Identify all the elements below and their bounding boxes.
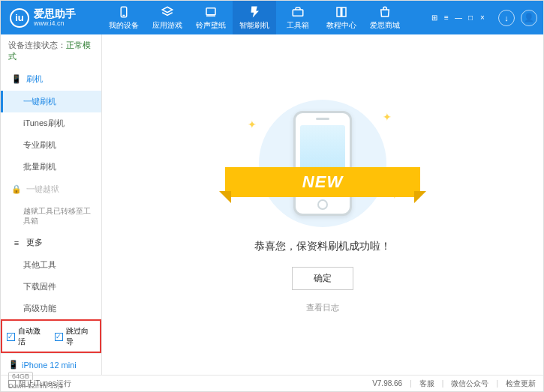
phone-icon <box>117 5 131 19</box>
phone-graphic <box>293 111 352 216</box>
nav-label: 爱思商城 <box>370 20 400 31</box>
menu-icon[interactable]: ≡ <box>441 13 452 22</box>
success-message: 恭喜您，保资料刷机成功啦！ <box>254 240 391 253</box>
status-label: 设备连接状态： <box>8 40 66 49</box>
block-itunes-checkbox[interactable]: 阻止iTunes运行 <box>8 379 71 389</box>
maximize-button[interactable]: □ <box>465 13 476 22</box>
nav-label: 教程中心 <box>326 20 356 31</box>
nav-label: 应用游戏 <box>152 20 182 31</box>
svg-rect-4 <box>293 10 303 16</box>
device-name-text: iPhone 12 mini <box>22 361 77 370</box>
side-item-0-0[interactable]: 一键刷机 <box>1 91 101 112</box>
side-item-2-2[interactable]: 高级功能 <box>1 298 101 319</box>
download-button[interactable]: ↓ <box>498 10 515 26</box>
version: V7.98.66 <box>372 379 402 388</box>
side-item-0-2[interactable]: 专业刷机 <box>1 134 101 156</box>
check-icon: ✓ <box>7 333 15 341</box>
nav-tabs: 我的设备应用游戏铃声壁纸智能刷机工具箱教程中心爱思商城 <box>102 1 425 34</box>
main-content: ✦ ✦ ✦ NEW 恭喜您，保资料刷机成功啦！ 确定 查看日志 <box>102 34 543 375</box>
lock-icon: 🔒 <box>11 184 22 195</box>
sidebar: 设备连接状态：正常模式 📱刷机一键刷机iTunes刷机专业刷机批量刷机🔒一键越狱… <box>1 34 102 375</box>
checkbox-1[interactable]: ✓跳过向导 <box>55 326 95 347</box>
logo: iu 爱思助手 www.i4.cn <box>1 8 102 28</box>
checkbox-0[interactable]: ✓自动激活 <box>7 326 47 347</box>
side-item-2-0[interactable]: 其他工具 <box>1 254 101 276</box>
logo-icon: iu <box>10 8 29 28</box>
group-label: 一键越狱 <box>26 184 59 195</box>
nav-tab-2[interactable]: 铃声壁纸 <box>189 1 233 34</box>
update-link[interactable]: 检查更新 <box>506 379 536 389</box>
titlebar-right: ⊞ ≡ — □ × ↓ 👤 <box>425 10 543 26</box>
shop-icon <box>378 5 392 19</box>
new-banner: NEW <box>225 167 420 197</box>
nav-label: 铃声壁纸 <box>196 20 226 31</box>
side-item-1-0: 越狱工具已转移至工具箱 <box>1 201 101 231</box>
media-icon <box>204 5 218 19</box>
toolbox-icon <box>291 5 305 19</box>
group-label: 更多 <box>26 237 43 248</box>
checkbox-icon <box>8 380 16 388</box>
side-group-0[interactable]: 📱刷机 <box>1 67 101 91</box>
check-icon: ✓ <box>55 333 63 341</box>
group-label: 刷机 <box>26 73 43 85</box>
checkbox-label: 跳过向导 <box>66 326 95 347</box>
nav-tab-1[interactable]: 应用游戏 <box>146 1 189 34</box>
user-button[interactable]: 👤 <box>521 10 537 26</box>
side-item-0-1[interactable]: iTunes刷机 <box>1 112 101 134</box>
apps-icon <box>161 5 174 19</box>
close-button[interactable]: × <box>477 13 488 22</box>
ok-button[interactable]: 确定 <box>292 267 353 290</box>
nav-label: 我的设备 <box>109 20 139 31</box>
side-group-1: 🔒一键越狱 <box>1 178 101 201</box>
app-name: 爱思助手 <box>34 8 76 19</box>
grid-icon[interactable]: ⊞ <box>429 13 440 22</box>
svg-rect-2 <box>206 7 215 14</box>
phone-icon: 📱 <box>8 360 19 370</box>
book-icon <box>335 5 348 19</box>
nav-tab-6[interactable]: 爱思商城 <box>363 1 407 34</box>
side-item-2-1[interactable]: 下载固件 <box>1 276 101 298</box>
nav-tab-5[interactable]: 教程中心 <box>320 1 363 34</box>
view-log-link[interactable]: 查看日志 <box>306 302 339 313</box>
block-itunes-label: 阻止iTunes运行 <box>19 379 71 389</box>
nav-tab-4[interactable]: 工具箱 <box>276 1 320 34</box>
success-illustration: ✦ ✦ ✦ NEW <box>240 96 405 231</box>
minimize-button[interactable]: — <box>453 13 464 22</box>
titlebar: iu 爱思助手 www.i4.cn 我的设备应用游戏铃声壁纸智能刷机工具箱教程中… <box>1 1 543 34</box>
flash-icon <box>248 5 261 19</box>
device-status: 设备连接状态：正常模式 <box>1 34 101 67</box>
side-group-2[interactable]: ≡更多 <box>1 231 101 254</box>
nav-label: 工具箱 <box>287 20 309 31</box>
wechat-link[interactable]: 微信公众号 <box>451 379 488 389</box>
phone-icon: 📱 <box>11 74 22 85</box>
more-icon: ≡ <box>11 238 22 248</box>
nav-label: 智能刷机 <box>239 20 269 31</box>
window-buttons: ⊞ ≡ — □ × <box>425 13 492 22</box>
nav-tab-0[interactable]: 我的设备 <box>102 1 146 34</box>
nav-tab-3[interactable]: 智能刷机 <box>233 1 276 34</box>
checkbox-row: ✓自动激活✓跳过向导 <box>1 319 101 353</box>
support-link[interactable]: 客服 <box>419 379 434 389</box>
checkbox-label: 自动激活 <box>18 326 47 347</box>
app-url: www.i4.cn <box>34 19 76 27</box>
side-item-0-3[interactable]: 批量刷机 <box>1 156 101 178</box>
device-name[interactable]: 📱 iPhone 12 mini <box>8 360 94 370</box>
